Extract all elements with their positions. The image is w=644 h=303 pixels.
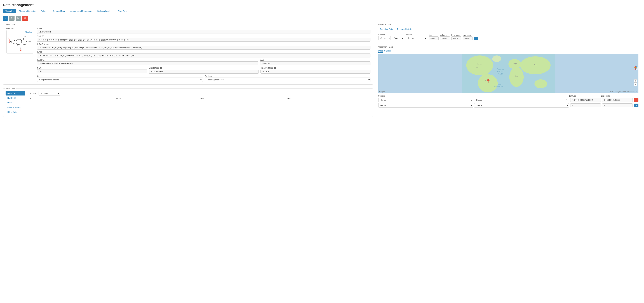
geo-row1-remove-button[interactable]: − [634,98,638,102]
botanical-firstpage-field: First page [451,34,461,40]
nav-tabs: Molecules Class and Skeleton Solvent Bot… [3,9,641,13]
cas-input[interactable] [260,61,370,65]
botanical-journal-select[interactable]: Journal [406,36,427,40]
svg-line-3 [11,40,13,42]
edit-button[interactable]: ✎ [9,16,14,21]
smiles-label: SMILES [37,35,370,37]
sidebar-item-mass-spectrum[interactable]: Mass Spectrum [6,105,25,110]
inchi-input[interactable] [37,54,370,58]
botanical-volume-label: Volume [440,34,450,36]
botanical-lastpage-input[interactable] [463,37,472,40]
map-zoom-panel: + − [634,79,637,86]
botanical-specie-select[interactable]: Specie [392,36,404,40]
smiles-input[interactable] [37,38,370,42]
tab-botanical-data[interactable]: Botanical Data [378,27,395,31]
botanical-lastpage-label: Last page [463,34,472,36]
name-input[interactable] [37,30,370,34]
sidebar-item-other-data[interactable]: Other Data [6,110,25,114]
botanical-journal-field: Journal Journal [406,34,427,40]
botanical-year-label: Year [429,34,438,36]
right-panel: Botanical Data Botanical Data Biological… [376,23,641,117]
exact-mass-input[interactable] [149,70,259,74]
map-container[interactable]: Oceano Atlântico Norte Oceano Atlântico … [378,54,638,93]
botanical-species-label: Species [378,34,404,36]
geo-latitude-header: Latitude [569,95,600,97]
tab-biological[interactable]: Biological Activity [95,9,115,13]
delete-button[interactable]: 🗑 [22,16,28,21]
geo-row1-latitude-input[interactable] [570,98,601,102]
sidebar-item-nmr13c[interactable]: NMR 13C [6,96,25,100]
tab-other[interactable]: Other Data [115,9,129,13]
relative-mass-label: Relative Mass i [260,67,370,69]
map-zoom-out[interactable]: − [634,83,637,86]
extra-data-layout: NMR 1H NMR 13C HMBC Mass Spectrum Other … [6,91,370,114]
tab-molecules[interactable]: Molecules [3,9,16,13]
botanical-lastpage-field: Last page [463,34,472,40]
tab-journals[interactable]: Journals and References [68,9,94,13]
molecule-label: Molecule [6,27,14,30]
svg-text:Canadá: Canadá [477,63,482,65]
botanical-add-button[interactable]: + [474,37,478,40]
botanical-volume-field: Volume [440,34,450,40]
map-svg: Oceano Atlântico Norte Oceano Atlântico … [378,54,638,93]
geo-row-2: Genus Specie + [378,103,638,108]
svg-line-12 [23,44,26,45]
exact-mass-info-icon[interactable]: i [160,67,162,69]
skeleton-select[interactable]: Pseudoguaianolide [205,78,370,82]
absolute-link[interactable]: Absolute [25,31,32,33]
svg-line-15 [20,43,22,45]
col-shift: Shift [200,97,285,99]
tab-botanical[interactable]: Botanical Data [50,9,68,13]
svg-line-25 [17,44,18,49]
botanical-firstpage-input[interactable] [451,37,461,40]
map-tab-satellite[interactable]: Satellite [384,50,391,53]
merge-button[interactable]: M [16,16,21,21]
inchikey-input[interactable] [37,61,258,65]
class-skeleton-row: Class Sesquiterpene lactone Skeleton Pse… [37,75,370,82]
geo-row1-latitude [570,98,601,102]
botanical-genus-select[interactable]: Genus [378,36,391,40]
map-zoom-in[interactable]: + [634,79,637,83]
svg-text:Europa: Europa [513,63,517,65]
geo-row1-longitude [602,98,633,102]
sidebar-item-hmbc[interactable]: HMBC [6,101,25,105]
relative-mass-info-icon[interactable]: i [274,67,276,69]
species-selects: Genus Specie [378,36,404,40]
class-select[interactable]: Sesquiterpene lactone [37,78,203,82]
geo-row1-species: Genus Specie [378,98,569,102]
exact-mass-field-group: Exact Mass i [149,67,259,74]
relative-mass-field-group: Relative Mass i [260,67,370,74]
left-panel: Basic Data Molecule Absolute O OH O [3,23,373,117]
geographic-data-card: Geographic Data Mapa Satellite [376,47,641,111]
geo-row2-longitude-input[interactable] [602,103,633,107]
map-tab-mapa[interactable]: Mapa [378,50,383,53]
inchikey-field-group: InChIKey [37,59,258,65]
molecule-image: Absolute O OH O [6,30,33,54]
geo-row2-add-button[interactable]: + [634,104,638,107]
iupac-input[interactable] [37,46,370,50]
botanical-row: Species Genus Specie Journal [378,34,638,40]
solvent-select[interactable]: Solvents [38,91,60,96]
geo-row2-specie-select[interactable]: Specie [474,103,569,108]
geo-row2-latitude-input[interactable] [570,103,601,107]
nox-input[interactable] [37,69,147,73]
geo-row1-longitude-input[interactable] [602,98,633,102]
tab-class-skeleton[interactable]: Class and Skeleton [17,9,38,13]
relative-mass-input[interactable] [260,70,370,74]
add-button[interactable]: + [3,16,8,21]
main-layout: Basic Data Molecule Absolute O OH O [3,23,641,117]
geo-row2-genus-select[interactable]: Genus [378,103,473,108]
svg-text:Oceano: Oceano [496,84,502,85]
pegman-icon[interactable]: 🏂 [634,66,637,71]
tab-biological-activity[interactable]: Biological Activity [395,27,414,31]
sidebar-item-nmr1h[interactable]: NMR 1H [6,91,25,96]
tab-solvent[interactable]: Solvent [39,9,50,13]
geo-headers: Species Latitude Longitude [378,95,638,97]
geo-row1-specie-select[interactable]: Specie [474,98,569,102]
botanical-year-input[interactable] [429,37,438,40]
solvent-label: Solvent: [30,92,37,94]
map-credits: Dados cartográficos ©2017 Termos de Uso [610,91,638,93]
botanical-volume-input[interactable] [440,37,450,40]
svg-line-7 [20,39,22,41]
geo-row1-genus-select[interactable]: Genus [378,98,473,102]
